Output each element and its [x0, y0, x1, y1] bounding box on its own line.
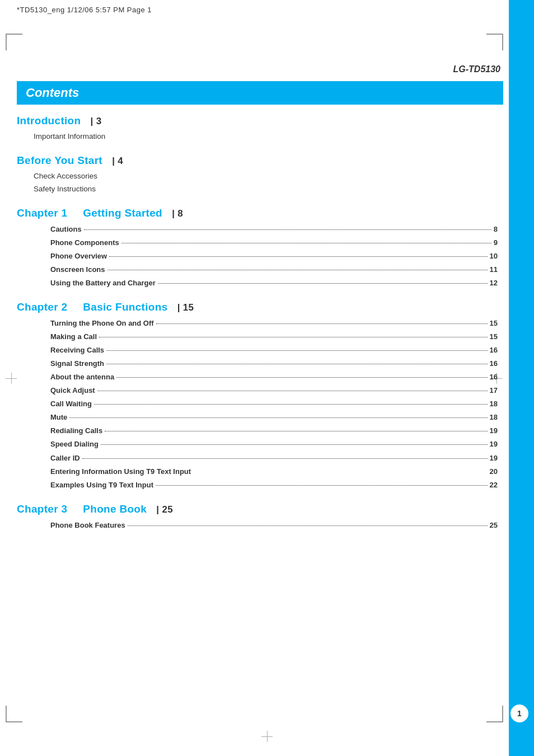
contents-bar: Contents [17, 81, 503, 105]
toc-call-waiting: Call Waiting 18 [50, 397, 498, 411]
main-content: Introduction | 3 Important Information B… [17, 115, 498, 734]
section-before-you-start: Before You Start | 4 Check Accessories S… [17, 154, 498, 196]
toc-making-call: Making a Call 15 [50, 330, 498, 344]
right-sidebar [509, 0, 534, 756]
section-introduction-subitems: Important Information [34, 130, 498, 143]
toc-about-antenna: About the antenna 16 [50, 370, 498, 384]
section-introduction-heading: Introduction | 3 [17, 115, 498, 127]
toc-cautions: Cautions 8 [50, 223, 498, 236]
toc-battery-charger: Using the Battery and Charger 12 [50, 276, 498, 290]
page-wrapper: 1 *TD5130_eng 1/12/06 5:57 PM Page 1 LG-… [0, 0, 534, 756]
toc-signal-strength: Signal Strength 16 [50, 357, 498, 370]
section-introduction: Introduction | 3 Important Information [17, 115, 498, 143]
model-name: LG-TD5130 [453, 64, 500, 74]
sub-item-accessories: Check Accessories [34, 170, 498, 183]
section-chapter1: Chapter 1 Getting Started | 8 Cautions 8… [17, 207, 498, 290]
toc-mute: Mute 18 [50, 411, 498, 424]
section-chapter3: Chapter 3 Phone Book | 25 Phone Book Fea… [17, 503, 498, 532]
toc-phone-book-features: Phone Book Features 25 [50, 519, 498, 532]
toc-phone-overview: Phone Overview 10 [50, 250, 498, 263]
section-chapter2: Chapter 2 Basic Functions | 15 Turning t… [17, 301, 498, 492]
sub-item-safety: Safety Instructions [34, 183, 498, 196]
corner-mark-top-left [6, 34, 22, 50]
toc-t9-input: Entering Information Using T9 Text Input… [50, 465, 498, 478]
section-before-subitems: Check Accessories Safety Instructions [34, 170, 498, 196]
toc-t9-examples: Examples Using T9 Text Input 22 [50, 478, 498, 492]
chapter3-toc: Phone Book Features 25 [50, 519, 498, 532]
toc-onscreen-icons: Onscreen Icons 11 [50, 263, 498, 276]
chapter1-toc: Cautions 8 Phone Components 9 Phone Over… [50, 223, 498, 290]
page-number: 1 [510, 705, 528, 722]
toc-speed-dialing: Speed Dialing 19 [50, 438, 498, 451]
file-info: *TD5130_eng 1/12/06 5:57 PM Page 1 [17, 6, 152, 14]
toc-phone-components: Phone Components 9 [50, 236, 498, 250]
toc-redialing: Redialing Calls 19 [50, 424, 498, 438]
chapter2-toc: Turning the Phone On and Off 15 Making a… [50, 317, 498, 492]
section-chapter1-heading: Chapter 1 Getting Started | 8 [17, 207, 498, 219]
cross-left [6, 373, 17, 384]
toc-quick-adjust: Quick Adjust 17 [50, 384, 498, 397]
contents-title: Contents [26, 86, 79, 100]
corner-mark-top-right [486, 34, 503, 50]
section-chapter3-heading: Chapter 3 Phone Book | 25 [17, 503, 498, 515]
section-chapter2-heading: Chapter 2 Basic Functions | 15 [17, 301, 498, 313]
toc-turning-on-off: Turning the Phone On and Off 15 [50, 317, 498, 330]
section-before-heading: Before You Start | 4 [17, 154, 498, 167]
toc-caller-id: Caller ID 19 [50, 452, 498, 465]
sub-item-important-info: Important Information [34, 130, 498, 143]
page-header: *TD5130_eng 1/12/06 5:57 PM Page 1 [0, 6, 534, 14]
toc-receiving-calls: Receiving Calls 16 [50, 344, 498, 357]
